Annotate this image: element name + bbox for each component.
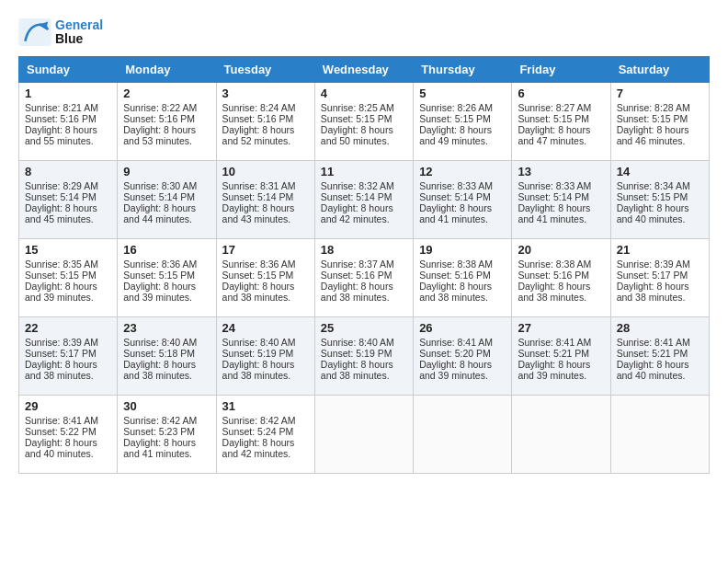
- sunrise-text: Sunrise: 8:40 AM: [321, 337, 407, 348]
- daylight-text: Daylight: 8 hours and 38 minutes.: [123, 359, 210, 381]
- day-cell-17: 17Sunrise: 8:36 AMSunset: 5:15 PMDayligh…: [216, 238, 314, 316]
- sunset-text: Sunset: 5:16 PM: [518, 270, 604, 281]
- sunset-text: Sunset: 5:15 PM: [222, 270, 309, 281]
- week-row-2: 8Sunrise: 8:29 AMSunset: 5:14 PMDaylight…: [19, 160, 710, 238]
- daylight-text: Daylight: 8 hours and 38 minutes.: [321, 281, 407, 303]
- empty-cell: [512, 395, 610, 473]
- daylight-text: Daylight: 8 hours and 41 minutes.: [123, 437, 210, 459]
- sunrise-text: Sunrise: 8:27 AM: [518, 102, 604, 113]
- calendar-header-saturday: Saturday: [610, 56, 709, 82]
- sunset-text: Sunset: 5:14 PM: [25, 191, 111, 202]
- calendar-header-thursday: Thursday: [414, 56, 512, 82]
- day-cell-23: 23Sunrise: 8:40 AMSunset: 5:18 PMDayligh…: [118, 316, 216, 395]
- sunset-text: Sunset: 5:15 PM: [321, 113, 407, 124]
- day-number: 19: [419, 243, 506, 257]
- day-number: 8: [25, 165, 111, 178]
- day-number: 1: [25, 86, 111, 100]
- logo: General Blue: [18, 18, 103, 47]
- daylight-text: Daylight: 8 hours and 47 minutes.: [518, 124, 604, 146]
- sunset-text: Sunset: 5:16 PM: [123, 113, 210, 124]
- day-number: 14: [617, 165, 703, 178]
- daylight-text: Daylight: 8 hours and 39 minutes.: [25, 281, 111, 303]
- daylight-text: Daylight: 8 hours and 52 minutes.: [222, 124, 309, 146]
- daylight-text: Daylight: 8 hours and 43 minutes.: [222, 202, 309, 224]
- daylight-text: Daylight: 8 hours and 39 minutes.: [419, 359, 506, 381]
- day-cell-12: 12Sunrise: 8:33 AMSunset: 5:14 PMDayligh…: [414, 160, 512, 238]
- daylight-text: Daylight: 8 hours and 38 minutes.: [222, 281, 309, 303]
- day-cell-10: 10Sunrise: 8:31 AMSunset: 5:14 PMDayligh…: [216, 160, 314, 238]
- sunrise-text: Sunrise: 8:39 AM: [617, 259, 703, 270]
- sunset-text: Sunset: 5:15 PM: [518, 113, 604, 124]
- daylight-text: Daylight: 8 hours and 42 minutes.: [222, 437, 309, 459]
- day-number: 2: [123, 86, 210, 100]
- calendar: SundayMondayTuesdayWednesdayThursdayFrid…: [18, 56, 710, 474]
- daylight-text: Daylight: 8 hours and 44 minutes.: [123, 202, 210, 224]
- day-number: 31: [222, 399, 309, 413]
- sunset-text: Sunset: 5:19 PM: [222, 348, 309, 359]
- daylight-text: Daylight: 8 hours and 41 minutes.: [518, 202, 604, 224]
- sunset-text: Sunset: 5:16 PM: [321, 270, 407, 281]
- sunset-text: Sunset: 5:18 PM: [123, 348, 210, 359]
- sunrise-text: Sunrise: 8:34 AM: [617, 180, 703, 191]
- sunrise-text: Sunrise: 8:30 AM: [123, 180, 210, 191]
- week-row-3: 15Sunrise: 8:35 AMSunset: 5:15 PMDayligh…: [19, 238, 710, 316]
- sunrise-text: Sunrise: 8:40 AM: [123, 337, 210, 348]
- day-cell-27: 27Sunrise: 8:41 AMSunset: 5:21 PMDayligh…: [512, 316, 610, 395]
- sunrise-text: Sunrise: 8:25 AM: [321, 102, 407, 113]
- day-number: 12: [419, 165, 506, 178]
- sunset-text: Sunset: 5:14 PM: [222, 191, 309, 202]
- sunrise-text: Sunrise: 8:26 AM: [419, 102, 506, 113]
- header: General Blue: [18, 18, 710, 47]
- week-row-5: 29Sunrise: 8:41 AMSunset: 5:22 PMDayligh…: [19, 395, 710, 473]
- sunset-text: Sunset: 5:16 PM: [25, 113, 111, 124]
- day-number: 9: [123, 165, 210, 178]
- day-number: 18: [321, 243, 407, 257]
- sunset-text: Sunset: 5:24 PM: [222, 426, 309, 437]
- day-cell-28: 28Sunrise: 8:41 AMSunset: 5:21 PMDayligh…: [610, 316, 709, 395]
- sunset-text: Sunset: 5:20 PM: [419, 348, 506, 359]
- daylight-text: Daylight: 8 hours and 40 minutes.: [25, 437, 111, 459]
- day-number: 21: [617, 243, 703, 257]
- daylight-text: Daylight: 8 hours and 38 minutes.: [222, 359, 309, 381]
- day-number: 15: [25, 243, 111, 257]
- sunrise-text: Sunrise: 8:21 AM: [25, 102, 111, 113]
- day-cell-3: 3Sunrise: 8:24 AMSunset: 5:16 PMDaylight…: [216, 82, 314, 160]
- day-number: 16: [123, 243, 210, 257]
- day-cell-14: 14Sunrise: 8:34 AMSunset: 5:15 PMDayligh…: [610, 160, 709, 238]
- day-number: 6: [518, 86, 604, 100]
- daylight-text: Daylight: 8 hours and 39 minutes.: [518, 359, 604, 381]
- day-cell-4: 4Sunrise: 8:25 AMSunset: 5:15 PMDaylight…: [314, 82, 413, 160]
- sunrise-text: Sunrise: 8:41 AM: [617, 337, 703, 348]
- week-row-1: 1Sunrise: 8:21 AMSunset: 5:16 PMDaylight…: [19, 82, 710, 160]
- day-cell-15: 15Sunrise: 8:35 AMSunset: 5:15 PMDayligh…: [19, 238, 118, 316]
- day-cell-8: 8Sunrise: 8:29 AMSunset: 5:14 PMDaylight…: [19, 160, 118, 238]
- day-number: 3: [222, 86, 309, 100]
- daylight-text: Daylight: 8 hours and 42 minutes.: [321, 202, 407, 224]
- calendar-header-sunday: Sunday: [19, 56, 118, 82]
- day-number: 20: [518, 243, 604, 257]
- day-cell-29: 29Sunrise: 8:41 AMSunset: 5:22 PMDayligh…: [19, 395, 118, 473]
- sunrise-text: Sunrise: 8:35 AM: [25, 259, 111, 270]
- daylight-text: Daylight: 8 hours and 53 minutes.: [123, 124, 210, 146]
- sunrise-text: Sunrise: 8:24 AM: [222, 102, 309, 113]
- day-number: 25: [321, 321, 407, 335]
- day-number: 23: [123, 321, 210, 335]
- sunrise-text: Sunrise: 8:42 AM: [123, 415, 210, 426]
- day-number: 22: [25, 321, 111, 335]
- day-number: 28: [617, 321, 703, 335]
- day-cell-21: 21Sunrise: 8:39 AMSunset: 5:17 PMDayligh…: [610, 238, 709, 316]
- daylight-text: Daylight: 8 hours and 39 minutes.: [123, 281, 210, 303]
- sunrise-text: Sunrise: 8:42 AM: [222, 415, 309, 426]
- day-cell-13: 13Sunrise: 8:33 AMSunset: 5:14 PMDayligh…: [512, 160, 610, 238]
- sunset-text: Sunset: 5:17 PM: [25, 348, 111, 359]
- day-cell-7: 7Sunrise: 8:28 AMSunset: 5:15 PMDaylight…: [610, 82, 709, 160]
- day-number: 24: [222, 321, 309, 335]
- day-cell-5: 5Sunrise: 8:26 AMSunset: 5:15 PMDaylight…: [414, 82, 512, 160]
- sunset-text: Sunset: 5:21 PM: [518, 348, 604, 359]
- sunrise-text: Sunrise: 8:40 AM: [222, 337, 309, 348]
- sunset-text: Sunset: 5:21 PM: [617, 348, 703, 359]
- daylight-text: Daylight: 8 hours and 46 minutes.: [617, 124, 703, 146]
- day-cell-19: 19Sunrise: 8:38 AMSunset: 5:16 PMDayligh…: [414, 238, 512, 316]
- logo-text: General Blue: [55, 18, 103, 47]
- empty-cell: [314, 395, 413, 473]
